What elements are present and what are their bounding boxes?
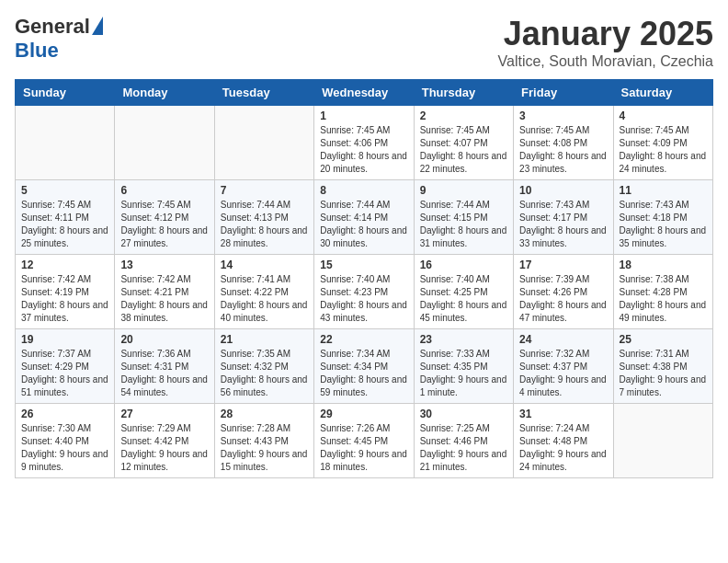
month-title: January 2025 xyxy=(498,15,713,53)
calendar-cell: 29Sunrise: 7:26 AMSunset: 4:45 PMDayligh… xyxy=(314,404,414,478)
day-info: Sunrise: 7:37 AMSunset: 4:29 PMDaylight:… xyxy=(21,348,108,399)
day-number: 24 xyxy=(519,333,607,346)
calendar-cell xyxy=(613,404,712,478)
day-number: 1 xyxy=(320,109,407,122)
day-info: Sunrise: 7:45 AMSunset: 4:06 PMDaylight:… xyxy=(320,124,407,176)
weekday-header: Wednesday xyxy=(314,80,414,106)
weekday-header: Tuesday xyxy=(214,80,313,106)
day-number: 12 xyxy=(21,259,108,271)
day-number: 8 xyxy=(320,184,407,197)
day-info: Sunrise: 7:45 AMSunset: 4:08 PMDaylight:… xyxy=(519,124,607,176)
day-number: 20 xyxy=(120,333,208,346)
day-number: 16 xyxy=(420,259,507,271)
weekday-header: Thursday xyxy=(414,80,513,106)
calendar-cell: 15Sunrise: 7:40 AMSunset: 4:23 PMDayligh… xyxy=(314,255,414,329)
day-number: 3 xyxy=(519,109,607,122)
day-info: Sunrise: 7:30 AMSunset: 4:40 PMDaylight:… xyxy=(21,422,108,474)
calendar-cell: 26Sunrise: 7:30 AMSunset: 4:40 PMDayligh… xyxy=(16,404,115,478)
day-number: 26 xyxy=(21,408,108,420)
day-info: Sunrise: 7:35 AMSunset: 4:32 PMDaylight:… xyxy=(221,348,308,399)
calendar-cell: 8Sunrise: 7:44 AMSunset: 4:14 PMDaylight… xyxy=(314,180,414,255)
day-number: 2 xyxy=(420,109,507,122)
day-number: 4 xyxy=(620,109,707,122)
day-info: Sunrise: 7:40 AMSunset: 4:25 PMDaylight:… xyxy=(420,273,507,325)
logo-general-text: General xyxy=(15,15,90,39)
day-info: Sunrise: 7:34 AMSunset: 4:34 PMDaylight:… xyxy=(320,348,407,399)
day-info: Sunrise: 7:38 AMSunset: 4:28 PMDaylight:… xyxy=(620,273,707,325)
calendar-cell: 9Sunrise: 7:44 AMSunset: 4:15 PMDaylight… xyxy=(414,180,513,255)
day-number: 13 xyxy=(120,259,208,271)
weekday-header: Saturday xyxy=(613,80,712,106)
calendar-header-row: SundayMondayTuesdayWednesdayThursdayFrid… xyxy=(16,80,713,106)
day-info: Sunrise: 7:31 AMSunset: 4:38 PMDaylight:… xyxy=(620,348,707,399)
day-info: Sunrise: 7:44 AMSunset: 4:14 PMDaylight:… xyxy=(320,199,407,250)
day-info: Sunrise: 7:41 AMSunset: 4:22 PMDaylight:… xyxy=(221,273,308,325)
calendar-cell: 17Sunrise: 7:39 AMSunset: 4:26 PMDayligh… xyxy=(514,255,613,329)
day-number: 28 xyxy=(221,408,308,420)
day-info: Sunrise: 7:39 AMSunset: 4:26 PMDaylight:… xyxy=(519,273,607,325)
title-section: January 2025 Valtice, South Moravian, Cz… xyxy=(498,15,713,70)
day-info: Sunrise: 7:33 AMSunset: 4:35 PMDaylight:… xyxy=(420,348,507,399)
day-number: 31 xyxy=(519,408,607,420)
calendar-cell: 2Sunrise: 7:45 AMSunset: 4:07 PMDaylight… xyxy=(414,106,513,180)
day-info: Sunrise: 7:40 AMSunset: 4:23 PMDaylight:… xyxy=(320,273,407,325)
calendar-cell: 5Sunrise: 7:45 AMSunset: 4:11 PMDaylight… xyxy=(16,180,115,255)
day-number: 11 xyxy=(620,184,707,197)
calendar-cell: 21Sunrise: 7:35 AMSunset: 4:32 PMDayligh… xyxy=(214,329,313,404)
day-number: 23 xyxy=(420,333,507,346)
day-info: Sunrise: 7:45 AMSunset: 4:12 PMDaylight:… xyxy=(120,199,208,250)
day-info: Sunrise: 7:26 AMSunset: 4:45 PMDaylight:… xyxy=(320,422,407,474)
logo-triangle-icon xyxy=(92,17,103,35)
calendar-table: SundayMondayTuesdayWednesdayThursdayFrid… xyxy=(15,79,713,478)
day-number: 14 xyxy=(221,259,308,271)
day-info: Sunrise: 7:44 AMSunset: 4:15 PMDaylight:… xyxy=(420,199,507,250)
calendar-cell: 4Sunrise: 7:45 AMSunset: 4:09 PMDaylight… xyxy=(613,106,712,180)
day-number: 7 xyxy=(221,184,308,197)
logo-blue-text: Blue xyxy=(15,39,59,63)
day-info: Sunrise: 7:44 AMSunset: 4:13 PMDaylight:… xyxy=(221,199,308,250)
calendar-cell: 28Sunrise: 7:28 AMSunset: 4:43 PMDayligh… xyxy=(214,404,313,478)
day-info: Sunrise: 7:25 AMSunset: 4:46 PMDaylight:… xyxy=(420,422,507,474)
page-header: General Blue January 2025 Valtice, South… xyxy=(15,15,713,70)
calendar-cell: 1Sunrise: 7:45 AMSunset: 4:06 PMDaylight… xyxy=(314,106,414,180)
calendar-cell: 12Sunrise: 7:42 AMSunset: 4:19 PMDayligh… xyxy=(16,255,115,329)
calendar-cell: 20Sunrise: 7:36 AMSunset: 4:31 PMDayligh… xyxy=(115,329,214,404)
day-info: Sunrise: 7:45 AMSunset: 4:09 PMDaylight:… xyxy=(620,124,707,176)
day-number: 5 xyxy=(21,184,108,197)
day-number: 17 xyxy=(519,259,607,271)
day-info: Sunrise: 7:24 AMSunset: 4:48 PMDaylight:… xyxy=(519,422,607,474)
day-number: 15 xyxy=(320,259,407,271)
day-number: 18 xyxy=(620,259,707,271)
calendar-cell: 27Sunrise: 7:29 AMSunset: 4:42 PMDayligh… xyxy=(115,404,214,478)
calendar-cell: 6Sunrise: 7:45 AMSunset: 4:12 PMDaylight… xyxy=(115,180,214,255)
weekday-header: Friday xyxy=(514,80,613,106)
calendar-cell: 14Sunrise: 7:41 AMSunset: 4:22 PMDayligh… xyxy=(214,255,313,329)
calendar-cell xyxy=(16,106,115,180)
calendar-week-row: 12Sunrise: 7:42 AMSunset: 4:19 PMDayligh… xyxy=(16,255,713,329)
day-info: Sunrise: 7:32 AMSunset: 4:37 PMDaylight:… xyxy=(519,348,607,399)
calendar-cell xyxy=(214,106,313,180)
calendar-cell: 22Sunrise: 7:34 AMSunset: 4:34 PMDayligh… xyxy=(314,329,414,404)
calendar-week-row: 5Sunrise: 7:45 AMSunset: 4:11 PMDaylight… xyxy=(16,180,713,255)
calendar-week-row: 26Sunrise: 7:30 AMSunset: 4:40 PMDayligh… xyxy=(16,404,713,478)
calendar-cell: 30Sunrise: 7:25 AMSunset: 4:46 PMDayligh… xyxy=(414,404,513,478)
location-subtitle: Valtice, South Moravian, Czechia xyxy=(498,53,713,70)
day-number: 25 xyxy=(620,333,707,346)
day-info: Sunrise: 7:42 AMSunset: 4:19 PMDaylight:… xyxy=(21,273,108,325)
day-number: 30 xyxy=(420,408,507,420)
logo: General Blue xyxy=(15,15,103,63)
calendar-cell: 25Sunrise: 7:31 AMSunset: 4:38 PMDayligh… xyxy=(613,329,712,404)
day-info: Sunrise: 7:43 AMSunset: 4:17 PMDaylight:… xyxy=(519,199,607,250)
day-info: Sunrise: 7:45 AMSunset: 4:07 PMDaylight:… xyxy=(420,124,507,176)
calendar-cell: 18Sunrise: 7:38 AMSunset: 4:28 PMDayligh… xyxy=(613,255,712,329)
calendar-cell: 16Sunrise: 7:40 AMSunset: 4:25 PMDayligh… xyxy=(414,255,513,329)
calendar-week-row: 19Sunrise: 7:37 AMSunset: 4:29 PMDayligh… xyxy=(16,329,713,404)
calendar-cell: 3Sunrise: 7:45 AMSunset: 4:08 PMDaylight… xyxy=(514,106,613,180)
calendar-cell: 7Sunrise: 7:44 AMSunset: 4:13 PMDaylight… xyxy=(214,180,313,255)
calendar-cell: 19Sunrise: 7:37 AMSunset: 4:29 PMDayligh… xyxy=(16,329,115,404)
calendar-cell: 23Sunrise: 7:33 AMSunset: 4:35 PMDayligh… xyxy=(414,329,513,404)
day-number: 29 xyxy=(320,408,407,420)
day-info: Sunrise: 7:42 AMSunset: 4:21 PMDaylight:… xyxy=(120,273,208,325)
day-number: 6 xyxy=(120,184,208,197)
calendar-cell: 24Sunrise: 7:32 AMSunset: 4:37 PMDayligh… xyxy=(514,329,613,404)
